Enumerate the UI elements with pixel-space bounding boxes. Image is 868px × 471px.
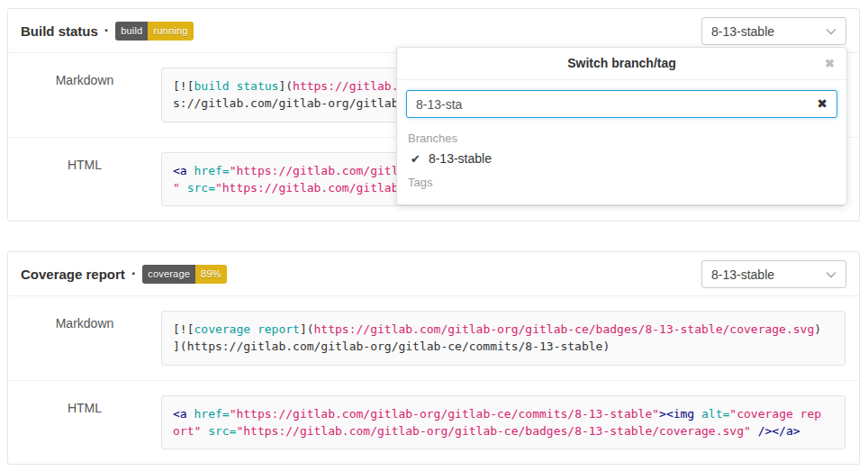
branch-list: Branches ✔ 8-13-stable Tags [397,122,846,204]
build-status-badge: build running [115,22,193,41]
branch-dropdown[interactable]: 8-13-stable [701,17,846,45]
markdown-code-block: [![coverage report](https://gitlab.com/g… [161,311,845,366]
coverage-badge: coverage 89% [142,265,226,284]
section-title: Build status [21,23,98,39]
popup-title: Switch branch/tag [567,56,676,70]
branch-search: ✖ [406,90,837,118]
branch-dropdown-value: 8-13-stable [711,24,774,39]
close-icon[interactable]: ✖ [825,48,835,79]
popup-header: Switch branch/tag ✖ [397,48,846,80]
badges-page: Build status · build running 8-13-stable… [0,0,868,471]
badge-label: build [115,22,148,41]
badge-label: coverage [142,265,195,284]
row-label-markdown: Markdown [8,296,161,380]
chevron-down-icon [826,28,836,35]
branch-dropdown[interactable]: 8-13-stable [701,260,846,288]
tags-group-label: Tags [397,169,846,192]
coverage-report-panel: Coverage report · coverage 89% 8-13-stab… [7,251,860,465]
title-separator: · [104,23,109,39]
section-title: Coverage report [21,267,125,282]
row-label-markdown: Markdown [8,53,161,137]
branch-search-input[interactable] [406,90,837,118]
coverage-report-header: Coverage report · coverage 89% 8-13-stab… [8,252,859,296]
row-label-html: HTML [8,381,161,464]
badge-value: running [148,22,193,41]
row-label-html: HTML [8,138,161,221]
clear-icon[interactable]: ✖ [817,96,827,111]
chevron-down-icon [826,271,836,278]
title-separator: · [131,266,136,282]
branch-item-8-13-stable[interactable]: ✔ 8-13-stable [397,148,846,169]
branch-item-label: 8-13-stable [429,151,492,166]
html-row: HTML <a href="https://gitlab.com/gitlab-… [8,380,859,464]
check-icon: ✔ [411,152,420,166]
markdown-row: Markdown [![coverage report](https://git… [8,296,859,380]
branch-switcher-popup: Switch branch/tag ✖ ✖ Branches ✔ 8-13-st… [396,47,847,205]
branches-group-label: Branches [397,125,846,148]
html-code-block: <a href="https://gitlab.com/gitlab-org/g… [161,395,845,449]
badge-value: 89% [195,265,227,284]
branch-dropdown-value: 8-13-stable [711,267,774,282]
